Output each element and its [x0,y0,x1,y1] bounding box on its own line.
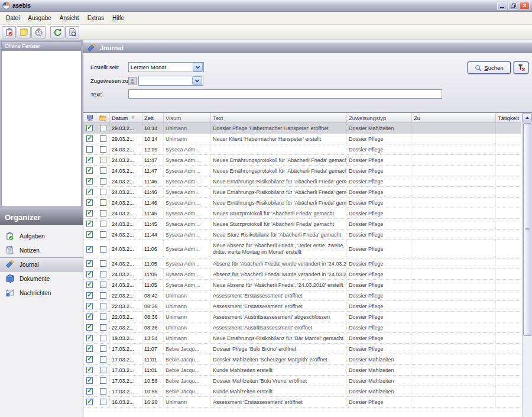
folder-checkbox[interactable] [100,231,106,238]
created-since-select[interactable]: Letzten Monat [128,62,204,72]
monitor-checkbox[interactable] [86,356,93,363]
monitor-checkbox[interactable] [86,246,93,253]
menu-ansicht[interactable]: Ansicht [56,13,83,23]
folder-checkbox[interactable] [100,221,106,227]
folder-checkbox[interactable] [100,178,106,185]
monitor-checkbox[interactable] [86,399,93,405]
monitor-checkbox[interactable] [86,345,93,352]
folder-checkbox[interactable] [100,399,106,405]
assigned-to-picker-button[interactable] [128,76,137,85]
table-row[interactable]: 22.03.2...08:36UhlmannAssessment 'Erstas… [83,301,521,312]
table-row[interactable]: 24.03.2...11:44Syseca Adm...Neue Sturz R… [83,229,521,240]
monitor-checkbox[interactable] [86,303,93,309]
monitor-checkbox[interactable] [86,199,93,206]
table-row[interactable]: 22.03.2...08:42UhlmannAssessment 'Erstas… [83,290,521,301]
assigned-to-select[interactable] [138,76,203,86]
table-row[interactable]: 17.03.2...10:56Bebie Jacqu...Dossier Mah… [83,376,521,386]
minimize-button[interactable] [497,2,507,10]
chevron-down-icon[interactable] [193,63,203,72]
new-task-button[interactable] [2,26,16,38]
table-row[interactable]: 24.03.2...11:45Syseca Adm...Neues Sturzp… [83,219,521,229]
monitor-checkbox[interactable] [86,135,93,142]
folder-checkbox[interactable] [100,335,106,341]
sidebar-item-journal[interactable]: Journal [0,257,83,271]
table-row[interactable]: 24.03.2...11:05Syseca Adm...Neue Absenz … [83,280,521,290]
menu-hilfe[interactable]: Hilfe [108,13,128,23]
sidebar-item-notizen[interactable]: Notizen [0,243,83,257]
folder-checkbox[interactable] [100,282,106,288]
sidebar-item-dokumente[interactable]: Dokumente [0,271,83,286]
table-row[interactable]: 24.03.2...12:09Syseca Adm...Dossier Pfle… [83,144,521,155]
timer-button[interactable] [31,26,46,38]
monitor-checkbox[interactable] [86,189,93,195]
monitor-checkbox[interactable] [86,324,93,331]
refresh-button[interactable] [50,26,64,38]
folder-checkbox[interactable] [100,345,106,352]
scrollbar-thumb[interactable] [523,123,531,336]
monitor-checkbox[interactable] [86,231,93,238]
clear-filter-button[interactable] [514,62,528,74]
folder-checkbox[interactable] [100,367,106,373]
column-header-datum[interactable]: Datum [110,113,142,122]
folder-checkbox[interactable] [100,199,106,206]
column-header-c1[interactable] [83,113,96,122]
restore-button[interactable] [508,2,518,10]
monitor-checkbox[interactable] [86,146,93,153]
sidebar-item-aufgaben[interactable]: Aufgaben [0,229,83,243]
monitor-checkbox[interactable] [86,260,93,267]
monitor-checkbox[interactable] [86,167,93,174]
table-row[interactable]: 24.03.2...11:06Syseca Adm...Neue Absenz … [83,240,521,258]
folder-checkbox[interactable] [100,210,106,216]
table-row[interactable]: 17.03.2...10:56Bebie Jacqu...Kunde Mahlz… [83,386,521,397]
monitor-checkbox[interactable] [86,221,93,227]
monitor-checkbox[interactable] [86,157,93,163]
column-header-text[interactable]: Text [211,113,347,122]
folder-checkbox[interactable] [100,292,106,299]
table-row[interactable]: 16.03.2...16:28UhlmannAssessment 'Erstas… [83,397,521,408]
column-header-visum[interactable]: Visum [164,113,211,122]
monitor-checkbox[interactable] [86,282,93,288]
folder-checkbox[interactable] [100,146,106,153]
table-row[interactable]: 24.03.2...11:46Syseca Adm...Neue Ernähru… [83,187,521,198]
monitor-checkbox[interactable] [86,388,93,395]
folder-checkbox[interactable] [100,167,106,174]
folder-checkbox[interactable] [100,135,106,142]
table-row[interactable]: 24.03.2...11:46Syseca Adm...Neue Ernähru… [83,198,521,208]
column-header-zu[interactable]: Zu [412,113,496,122]
new-note-button[interactable] [17,26,31,38]
table-row[interactable]: 17.03.2...11:01Bebie Jacqu...Dossier Mah… [83,354,521,365]
table-row[interactable]: 24.03.2...11:47Syseca Adm...Neues Ernähr… [83,166,521,176]
table-row[interactable]: 24.03.2...11:47Syseca Adm...Neues Ernähr… [83,155,521,166]
folder-checkbox[interactable] [100,377,106,384]
folder-checkbox[interactable] [100,246,106,253]
sidebar-item-nachrichten[interactable]: iNachrichten [0,286,83,300]
column-header-tätigkeit[interactable]: Tätigkeit [496,113,521,122]
vertical-scrollbar[interactable] [522,113,532,417]
table-row[interactable]: 24.03.2...11:46Syseca Adm...Neue Ernähru… [83,176,521,187]
folder-checkbox[interactable] [100,313,106,320]
folder-checkbox[interactable] [100,157,106,163]
folder-checkbox[interactable] [100,189,106,195]
folder-checkbox[interactable] [100,260,106,267]
table-row[interactable]: 17.03.2...11:01Bebie Jacqu...Kunde Mahlz… [83,365,521,376]
table-row[interactable]: 19.03.2...13:54UhlmannNeue Ernährungs-Ri… [83,333,521,344]
open-windows-list[interactable] [1,51,82,207]
monitor-checkbox[interactable] [86,178,93,185]
menu-ausgabe[interactable]: Ausgabe [24,13,55,23]
monitor-checkbox[interactable] [86,313,93,320]
close-button[interactable]: × [520,2,530,10]
column-header-zeit[interactable]: Zeit [142,113,164,122]
text-filter-input[interactable] [128,89,442,99]
column-header-zuweisungstyp[interactable]: Zuweisungstyp [347,113,412,122]
monitor-checkbox[interactable] [86,271,93,277]
column-header-c2[interactable] [96,113,110,122]
table-row[interactable]: 29.03.2...10:14UhlmannNeuer Klient 'Habe… [83,134,521,144]
table-row[interactable]: 22.03.2...08:36UhlmannAssessment 'Austri… [83,312,521,322]
menu-extras[interactable]: Extras [83,13,108,23]
search-button[interactable]: Suchen [468,62,511,74]
folder-checkbox[interactable] [100,271,106,277]
folder-checkbox[interactable] [100,324,106,331]
print-preview-button[interactable] [65,26,79,38]
monitor-checkbox[interactable] [86,125,93,131]
table-row[interactable]: 24.03.2...11:45Syseca Adm...Neues Sturzp… [83,208,521,219]
